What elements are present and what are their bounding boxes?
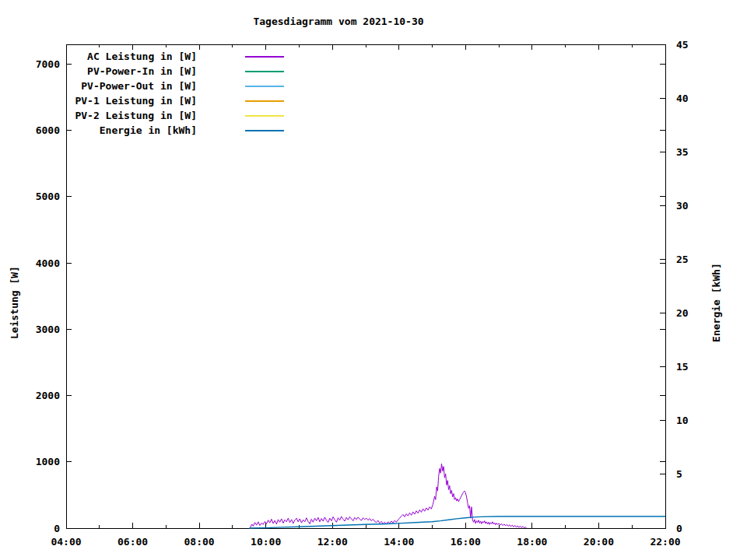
chart-canvas: Tagesdiagramm vom 2021-10-30 Leistung [W… bbox=[0, 0, 747, 560]
series-line-0 bbox=[251, 464, 527, 527]
series-line-5 bbox=[249, 516, 665, 528]
y-tick-label: 0 bbox=[54, 523, 60, 534]
x-tick-label: 20:00 bbox=[584, 536, 614, 548]
legend: AC Leistung in [W]PV-Power-In in [W]PV-P… bbox=[75, 51, 284, 136]
y2-tick-label: 30 bbox=[676, 200, 689, 212]
y2-tick-label: 5 bbox=[676, 468, 682, 480]
y-axis-tick-labels: 01000200030004000500060007000 bbox=[36, 58, 60, 534]
x-tick-label: 22:00 bbox=[650, 536, 680, 548]
x-tick-label: 06:00 bbox=[117, 536, 148, 548]
y2-tick-label: 35 bbox=[676, 146, 689, 158]
legend-label: AC Leistung in [W] bbox=[87, 51, 197, 62]
x-axis-tick-labels: 04:0006:0008:0010:0012:0014:0016:0018:00… bbox=[51, 536, 680, 548]
y-tick-label: 3000 bbox=[36, 324, 60, 335]
y2-axis-tick-labels: 051015202530354045 bbox=[676, 39, 689, 534]
y-tick-label: 1000 bbox=[36, 456, 60, 467]
y2-tick-label: 10 bbox=[676, 415, 689, 426]
y2-tick-label: 45 bbox=[676, 39, 689, 51]
legend-label: PV-Power-Out in [W] bbox=[81, 80, 197, 92]
y2-tick-label: 40 bbox=[676, 93, 689, 104]
legend-label: PV-2 Leistung in [W] bbox=[75, 110, 197, 121]
legend-label: PV-1 Leistung in [W] bbox=[75, 95, 197, 107]
y2-tick-label: 20 bbox=[676, 307, 689, 319]
series-lines bbox=[249, 464, 665, 528]
x-tick-label: 10:00 bbox=[251, 536, 281, 548]
y-tick-label: 4000 bbox=[36, 257, 60, 269]
plot-area: 04:0006:0008:0010:0012:0014:0016:0018:00… bbox=[0, 0, 747, 560]
x-tick-label: 08:00 bbox=[184, 536, 215, 548]
x-tick-label: 04:00 bbox=[51, 536, 81, 548]
x-tick-label: 16:00 bbox=[451, 536, 481, 548]
y2-axis-ticks bbox=[660, 44, 665, 528]
x-tick-label: 14:00 bbox=[384, 536, 414, 548]
y2-tick-label: 25 bbox=[676, 254, 689, 265]
x-tick-label: 18:00 bbox=[517, 536, 547, 548]
x-tick-label: 12:00 bbox=[317, 536, 348, 548]
y-tick-label: 2000 bbox=[36, 390, 60, 401]
y-tick-label: 6000 bbox=[36, 124, 60, 136]
y2-tick-label: 15 bbox=[676, 361, 689, 373]
y2-tick-label: 0 bbox=[676, 523, 682, 534]
legend-label: Energie in [kWh] bbox=[100, 124, 197, 136]
y-tick-label: 7000 bbox=[36, 58, 60, 70]
legend-label: PV-Power-In in [W] bbox=[87, 65, 197, 77]
y-tick-label: 5000 bbox=[36, 191, 60, 202]
